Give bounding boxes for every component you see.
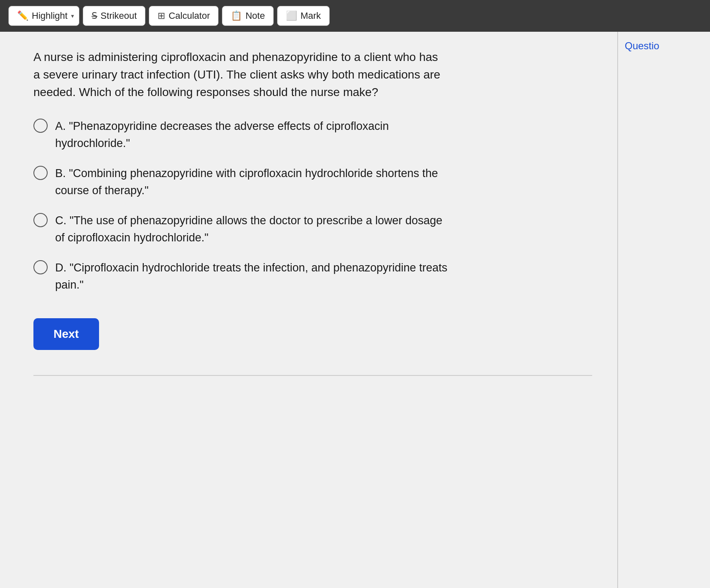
- content-area: A nurse is administering ciprofloxacin a…: [0, 32, 710, 588]
- option-a-text: A. "Phenazopyridine decreases the advers…: [55, 118, 451, 152]
- highlight-icon: ✏️: [17, 10, 28, 21]
- mark-button[interactable]: ⬜ Mark: [277, 6, 330, 26]
- strikeout-button[interactable]: S̶ Strikeout: [83, 6, 146, 26]
- option-b-text: B. "Combining phenazopyridine with cipro…: [55, 165, 451, 199]
- note-button[interactable]: 📋 Note: [222, 6, 273, 26]
- highlight-button[interactable]: ✏️ Highlight ▾: [8, 6, 79, 26]
- next-button[interactable]: Next: [33, 318, 99, 350]
- calculator-label: Calculator: [168, 10, 210, 21]
- strikeout-icon: S̶: [92, 10, 97, 21]
- bottom-divider: [33, 375, 592, 376]
- strikeout-label: Strikeout: [101, 10, 137, 21]
- mark-icon: ⬜: [286, 10, 297, 21]
- option-d[interactable]: D. "Ciprofloxacin hydrochloride treats t…: [33, 259, 451, 293]
- highlight-label: Highlight: [32, 10, 68, 21]
- note-icon: 📋: [231, 10, 242, 21]
- option-c-text: C. "The use of phenazopyridine allows th…: [55, 212, 451, 246]
- toolbar: ✏️ Highlight ▾ S̶ Strikeout ⊞ Calculator…: [0, 0, 710, 32]
- option-a[interactable]: A. "Phenazopyridine decreases the advers…: [33, 118, 451, 152]
- option-b[interactable]: B. "Combining phenazopyridine with cipro…: [33, 165, 451, 199]
- side-panel: Questio: [618, 32, 710, 588]
- option-c[interactable]: C. "The use of phenazopyridine allows th…: [33, 212, 451, 246]
- radio-c[interactable]: [33, 213, 48, 227]
- highlight-dropdown-arrow: ▾: [71, 13, 74, 19]
- main-content: A nurse is administering ciprofloxacin a…: [0, 32, 618, 588]
- calculator-icon: ⊞: [158, 10, 165, 21]
- radio-b[interactable]: [33, 166, 48, 180]
- radio-d[interactable]: [33, 260, 48, 274]
- note-label: Note: [245, 10, 265, 21]
- question-text: A nurse is administering ciprofloxacin a…: [33, 48, 443, 101]
- calculator-button[interactable]: ⊞ Calculator: [149, 6, 219, 26]
- options-list: A. "Phenazopyridine decreases the advers…: [33, 118, 451, 293]
- questio-label: Questio: [625, 40, 659, 51]
- option-d-text: D. "Ciprofloxacin hydrochloride treats t…: [55, 259, 451, 293]
- page-wrapper: ✏️ Highlight ▾ S̶ Strikeout ⊞ Calculator…: [0, 0, 710, 588]
- radio-a[interactable]: [33, 119, 48, 133]
- mark-label: Mark: [300, 10, 321, 21]
